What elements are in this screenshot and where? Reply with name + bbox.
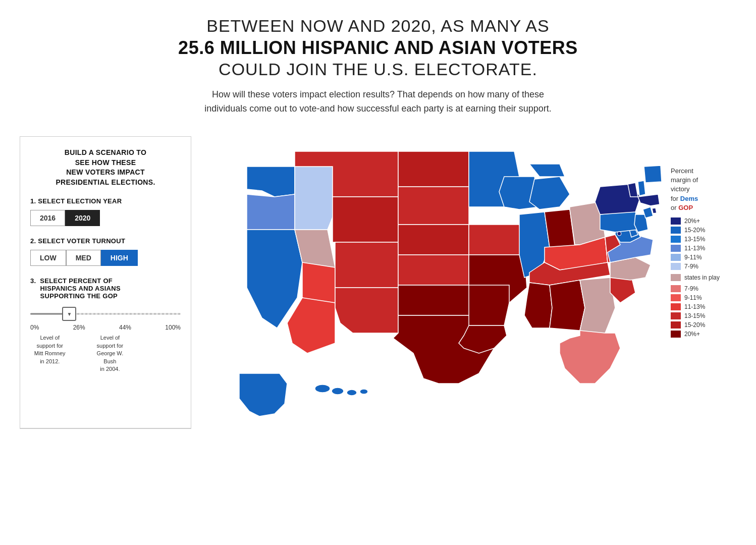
- page-wrapper: BETWEEN NOW AND 2020, AS MANY AS 25.6 MI…: [0, 0, 756, 545]
- legend-dem-label: Dems: [680, 195, 698, 202]
- legend-item-gop-20plus: 20%+: [671, 331, 736, 338]
- legend-swatch-dem-15-20: [671, 227, 681, 234]
- legend-item-gop-15-20: 15-20%: [671, 321, 736, 329]
- label-26: 26%: [73, 324, 85, 331]
- legend-label-gop-15-20: 15-20%: [684, 321, 705, 329]
- legend-swatch-gop-13-15: [671, 312, 681, 319]
- legend: Percentmargin ofvictoryfor Demsor GOP 20…: [671, 136, 736, 340]
- election-year-group: 2016 2020: [30, 210, 181, 226]
- gop-support-slider[interactable]: [30, 305, 181, 323]
- btn-high[interactable]: HIGH: [101, 250, 138, 266]
- label-44: 44%: [119, 324, 131, 331]
- state-nh: [638, 181, 645, 196]
- state-ri: [652, 208, 657, 213]
- legend-item-dem-15-20: 15-20%: [671, 227, 736, 234]
- legend-label-gop-9-11: 9-11%: [684, 294, 702, 301]
- slider-thumb[interactable]: [62, 307, 76, 321]
- state-nd: [398, 151, 469, 187]
- legend-swatch-gop-11-13: [671, 303, 681, 310]
- left-panel: BUILD A SCENARIO TOSEE HOW THESENEW VOTE…: [20, 136, 191, 429]
- legend-label-states-in-play: states in play: [684, 274, 720, 281]
- panel-divider: [20, 428, 191, 428]
- legend-swatch-states-in-play: [671, 274, 681, 281]
- slider-dashes: [69, 313, 181, 315]
- section2-label: 2. SELECT VOTER TURNOUT: [30, 237, 181, 245]
- state-al: [550, 280, 585, 331]
- state-or: [247, 194, 295, 230]
- legend-item-dem-11-13: 11-13%: [671, 245, 736, 252]
- state-ut: [302, 262, 335, 303]
- state-me: [644, 166, 662, 183]
- svg-point-2: [315, 385, 330, 393]
- legend-item-gop-7-9: 7-9%: [671, 285, 736, 292]
- legend-label-gop-13-15: 13-15%: [684, 312, 705, 319]
- header-line3: COULD JOIN THE U.S. ELECTORATE.: [178, 59, 578, 80]
- slider-annotations: Level ofsupport forMitt Romneyin 2012. L…: [30, 334, 181, 373]
- header: BETWEEN NOW AND 2020, AS MANY AS 25.6 MI…: [178, 15, 578, 116]
- legend-swatch-gop-7-9: [671, 285, 681, 292]
- legend-swatch-dem-7-9: [671, 263, 681, 270]
- state-wy: [333, 197, 398, 242]
- section1-label: 1. SELECT ELECTION YEAR: [30, 197, 181, 205]
- legend-item-gop-9-11: 9-11%: [671, 294, 736, 301]
- state-ms: [524, 283, 552, 328]
- header-line1: BETWEEN NOW AND 2020, AS MANY AS: [178, 15, 578, 37]
- state-nm: [335, 288, 398, 333]
- btn-2016[interactable]: 2016: [30, 210, 65, 226]
- legend-item-dem-13-15: 13-15%: [671, 236, 736, 243]
- legend-title: Percentmargin ofvictoryfor Demsor GOP: [671, 167, 736, 212]
- legend-swatch-dem-13-15: [671, 236, 681, 243]
- legend-label-dem-20plus: 20%+: [684, 217, 700, 225]
- state-ne: [398, 225, 469, 255]
- state-sd: [398, 187, 469, 225]
- section3-label: 3. SELECT PERCENT OF HISPANICS AND ASIAN…: [30, 277, 181, 300]
- main-content: BUILD A SCENARIO TOSEE HOW THESENEW VOTE…: [20, 136, 736, 436]
- slider-section: 0% 26% 44% 100% Level ofsupport forMitt …: [30, 305, 181, 373]
- header-line2: 25.6 MILLION HISPANIC AND ASIAN VOTERS: [178, 37, 578, 59]
- turnout-group: LOW MED HIGH: [30, 250, 181, 266]
- btn-med[interactable]: MED: [66, 250, 101, 266]
- legend-item-dem-9-11: 9-11%: [671, 254, 736, 261]
- state-ks: [398, 255, 469, 285]
- legend-item-dem-20plus: 20%+: [671, 217, 736, 225]
- state-ar: [469, 285, 509, 325]
- us-map: [196, 136, 666, 434]
- legend-swatch-dem-9-11: [671, 254, 681, 261]
- svg-point-5: [360, 389, 368, 394]
- legend-label-dem-9-11: 9-11%: [684, 254, 702, 261]
- legend-item-gop-13-15: 13-15%: [671, 312, 736, 319]
- legend-gop-label: GOP: [678, 204, 693, 211]
- annotation-romney: Level ofsupport forMitt Romneyin 2012.: [30, 334, 69, 373]
- btn-2020[interactable]: 2020: [65, 210, 100, 226]
- svg-point-4: [347, 390, 357, 396]
- legend-label-dem-13-15: 13-15%: [684, 236, 705, 243]
- legend-swatch-dem-20plus: [671, 217, 681, 225]
- state-co: [335, 242, 398, 288]
- legend-label-dem-11-13: 11-13%: [684, 245, 705, 252]
- label-100: 100%: [165, 324, 181, 331]
- label-0: 0%: [30, 324, 39, 331]
- svg-point-3: [332, 388, 344, 395]
- legend-label-gop-7-9: 7-9%: [684, 285, 698, 292]
- legend-item-gop-11-13: 11-13%: [671, 303, 736, 310]
- slider-labels: 0% 26% 44% 100%: [30, 324, 181, 331]
- build-scenario-title: BUILD A SCENARIO TOSEE HOW THESENEW VOTE…: [30, 148, 181, 187]
- map-area: Percentmargin ofvictoryfor Demsor GOP 20…: [191, 136, 736, 436]
- state-ia: [469, 225, 524, 255]
- state-id: [295, 167, 333, 230]
- dc-marker: [617, 232, 621, 236]
- legend-label-dem-7-9: 7-9%: [684, 263, 698, 270]
- annotation-bush: Level ofsupport forGeorge W. Bushin 2004…: [96, 334, 124, 373]
- map-svg-container: [196, 136, 671, 436]
- legend-item-states-in-play: states in play: [671, 274, 736, 281]
- legend-label-gop-20plus: 20%+: [684, 331, 700, 338]
- legend-label-dem-15-20: 15-20%: [684, 227, 705, 234]
- legend-swatch-gop-15-20: [671, 321, 681, 329]
- header-subtitle: How will these voters impact election re…: [178, 88, 578, 116]
- legend-swatch-dem-11-13: [671, 245, 681, 252]
- legend-swatch-gop-20plus: [671, 331, 681, 338]
- legend-label-gop-11-13: 11-13%: [684, 303, 705, 310]
- btn-low[interactable]: LOW: [30, 250, 66, 266]
- legend-swatch-gop-9-11: [671, 294, 681, 301]
- legend-item-dem-7-9: 7-9%: [671, 263, 736, 270]
